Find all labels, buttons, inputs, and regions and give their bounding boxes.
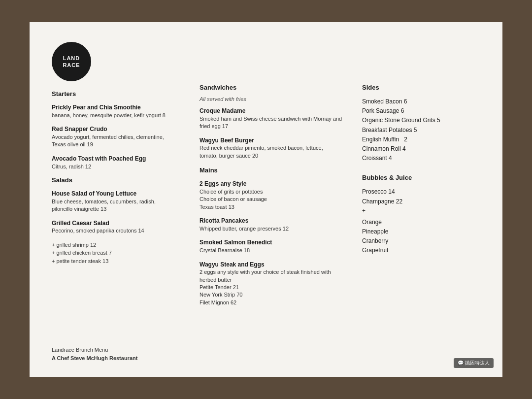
menu-content: LANDRACE Starters Prickly Pear and Chia … (52, 42, 480, 333)
item-name: Ricotta Pancakes (200, 217, 342, 225)
side-item: Pork Sausage 6 (362, 106, 470, 116)
item-name: Avocado Toast with Poached Egg (52, 155, 175, 163)
sandwiches-title: Sandwiches (200, 84, 342, 91)
addon-item: + grilled shrimp 12 (52, 241, 175, 249)
addon-item: + grilled chicken breast 7 (52, 249, 175, 257)
list-item: Red Snapper Crudo Avocado yogurt, fermen… (52, 125, 175, 149)
bubbles-title: Bubbles & Juice (362, 174, 470, 181)
logo: LANDRACE (52, 42, 91, 81)
bubble-item: Prosecco 14 (362, 187, 470, 197)
side-item: Organic Stone Ground Grits 5 (362, 116, 470, 125)
addon-item: + petite tender steak 13 (52, 257, 175, 266)
item-desc: 2 eggs any style with your choice of ste… (200, 268, 342, 306)
list-item: Prickly Pear and Chia Smoothie banana, h… (52, 103, 175, 119)
item-name: House Salad of Young Lettuce (52, 190, 175, 198)
wechat-badge: 💬 抛因特达人 (454, 358, 494, 368)
side-item: Smoked Bacon 6 (362, 97, 470, 106)
side-item: English Muffin 2 (362, 135, 470, 144)
item-name: Croque Madame (200, 107, 342, 115)
menu-card: LANDRACE Starters Prickly Pear and Chia … (30, 22, 502, 377)
list-item: Wagyu Beef Burger Red neck cheddar pimen… (200, 136, 342, 160)
juice-item: Grapefruit (362, 246, 470, 255)
item-name: Wagyu Steak and Eggs (200, 261, 342, 269)
footer: Landrace Brunch Menu A Chef Steve McHugh… (52, 341, 480, 362)
column-1: LANDRACE Starters Prickly Pear and Chia … (52, 42, 185, 333)
list-item: Smoked Salmon Benedict Crystal Bearnaise… (200, 238, 342, 254)
column-3: Sides Smoked Bacon 6 Pork Sausage 6 Orga… (352, 42, 470, 333)
item-desc: Citrus, radish 12 (52, 163, 175, 170)
column-2: Sandwiches All served with fries Croque … (185, 42, 352, 333)
list-item: Grilled Caesar Salad Pecorino, smoked pa… (52, 219, 175, 235)
list-item: Wagyu Steak and Eggs 2 eggs any style wi… (200, 261, 342, 307)
item-desc: Choice of grits or potatoesChoice of bac… (200, 188, 342, 211)
footer-line1: Landrace Brunch Menu (52, 346, 480, 354)
juice-item: Pineapple (362, 227, 470, 236)
item-name: Red Snapper Crudo (52, 125, 175, 133)
item-name: Grilled Caesar Salad (52, 219, 175, 228)
item-name: 2 Eggs any Style (200, 180, 342, 188)
item-name: Wagyu Beef Burger (200, 136, 342, 145)
sandwiches-subtitle: All served with fries (200, 96, 342, 102)
side-item: Breakfast Potatoes 5 (362, 126, 470, 135)
item-desc: Red neck cheddar pimento, smoked bacon, … (200, 144, 342, 160)
side-item: Croissant 4 (362, 154, 470, 163)
item-desc: Pecorino, smoked paprika croutons 14 (52, 227, 175, 234)
item-desc: Crystal Bearnaise 18 (200, 247, 342, 254)
bubble-item: + (362, 206, 470, 216)
item-desc: Avocado yogurt, fermented chilies, cleme… (52, 133, 175, 149)
item-name: Prickly Pear and Chia Smoothie (52, 103, 175, 112)
item-desc: Whipped butter, orange preserves 12 (200, 225, 342, 233)
juice-item: Orange (362, 218, 470, 227)
mains-title: Mains (200, 166, 342, 174)
list-item: House Salad of Young Lettuce Blue cheese… (52, 190, 175, 213)
logo-text: LANDRACE (63, 55, 80, 69)
list-item: Avocado Toast with Poached Egg Citrus, r… (52, 155, 175, 170)
juice-item: Cranberry (362, 236, 470, 246)
item-name: Smoked Salmon Benedict (200, 238, 342, 247)
side-item: Cinnamon Roll 4 (362, 144, 470, 154)
footer-line2: A Chef Steve McHugh Restaurant (52, 354, 480, 363)
item-desc: Smoked ham and Swiss cheese sandwich wit… (200, 115, 342, 131)
salads-title: Salads (52, 176, 175, 184)
wechat-text: 抛因特达人 (465, 360, 490, 366)
starters-title: Starters (52, 90, 175, 98)
list-item: Croque Madame Smoked ham and Swiss chees… (200, 107, 342, 131)
wechat-icon: 💬 (458, 360, 465, 366)
sides-title: Sides (362, 84, 470, 91)
bubble-item: Champagne 22 (362, 197, 470, 206)
item-desc: Blue cheese, tomatoes, cucumbers, radish… (52, 198, 175, 213)
list-item: Ricotta Pancakes Whipped butter, orange … (200, 217, 342, 233)
item-desc: banana, honey, mesquite powder, kefir yo… (52, 112, 175, 119)
list-item: 2 Eggs any Style Choice of grits or pota… (200, 180, 342, 211)
